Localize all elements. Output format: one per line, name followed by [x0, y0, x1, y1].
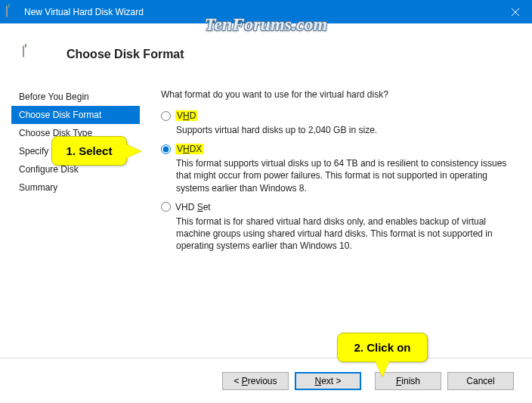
- desc-vhdset: This format is for shared virtual hard d…: [161, 215, 515, 253]
- wizard-content: What format do you want to use for the v…: [140, 85, 521, 350]
- wizard-steps: Before You Begin Choose Disk Format Choo…: [11, 85, 140, 350]
- label-vhd: VHD: [175, 110, 197, 121]
- window-title: New Virtual Hard Disk Wizard: [24, 7, 499, 17]
- callout-click: 2. Click on: [337, 333, 428, 362]
- wizard-header: Choose Disk Format: [0, 23, 532, 85]
- format-question: What format do you want to use for the v…: [161, 89, 515, 100]
- step-choose-disk-format[interactable]: Choose Disk Format: [11, 106, 140, 124]
- radio-vhd[interactable]: [161, 111, 171, 121]
- disk-icon: [23, 46, 44, 63]
- step-summary[interactable]: Summary: [11, 178, 140, 197]
- app-icon: [6, 6, 18, 18]
- desc-vhdx: This format supports virtual disks up to…: [161, 157, 515, 194]
- cancel-button[interactable]: Cancel: [447, 372, 514, 390]
- step-before-you-begin[interactable]: Before You Begin: [11, 88, 140, 106]
- desc-vhd: Supports virtual hard disks up to 2,040 …: [161, 124, 515, 136]
- close-icon[interactable]: [499, 0, 532, 23]
- label-vhdx: VHDX: [175, 144, 203, 154]
- option-vhd[interactable]: VHD Supports virtual hard disks up to 2,…: [161, 110, 515, 136]
- option-vhdset[interactable]: VHD Set This format is for shared virtua…: [161, 202, 515, 253]
- option-vhdx[interactable]: VHDX This format supports virtual disks …: [161, 144, 515, 194]
- radio-vhdx[interactable]: [161, 144, 171, 154]
- next-button[interactable]: Next >: [295, 372, 361, 390]
- titlebar: New Virtual Hard Disk Wizard: [0, 0, 532, 23]
- wizard-footer: < Previous Next > Finish Cancel: [0, 358, 532, 403]
- page-title: Choose Disk Format: [66, 48, 184, 61]
- radio-vhdset[interactable]: [161, 202, 171, 212]
- previous-button[interactable]: < Previous: [222, 372, 289, 390]
- label-vhdset: VHD Set: [175, 202, 211, 212]
- callout-select: 1. Select: [51, 136, 127, 166]
